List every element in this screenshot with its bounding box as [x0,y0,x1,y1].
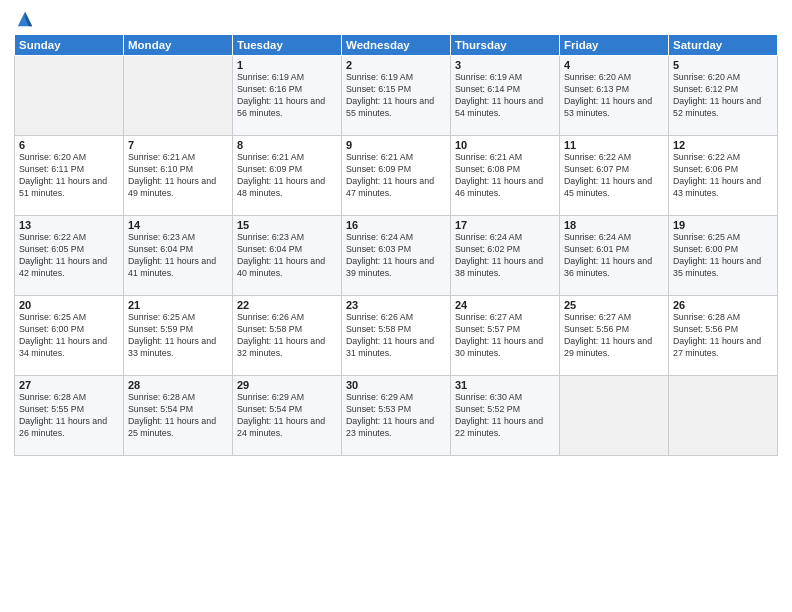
day-number: 28 [128,379,228,391]
calendar-cell: 23Sunrise: 6:26 AM Sunset: 5:58 PM Dayli… [342,296,451,376]
day-number: 1 [237,59,337,71]
calendar-cell: 19Sunrise: 6:25 AM Sunset: 6:00 PM Dayli… [669,216,778,296]
cell-info: Sunrise: 6:22 AM Sunset: 6:07 PM Dayligh… [564,152,664,200]
cell-info: Sunrise: 6:19 AM Sunset: 6:15 PM Dayligh… [346,72,446,120]
day-number: 31 [455,379,555,391]
day-number: 6 [19,139,119,151]
calendar-cell [560,376,669,456]
day-number: 8 [237,139,337,151]
calendar-cell: 26Sunrise: 6:28 AM Sunset: 5:56 PM Dayli… [669,296,778,376]
cell-info: Sunrise: 6:20 AM Sunset: 6:12 PM Dayligh… [673,72,773,120]
cell-info: Sunrise: 6:28 AM Sunset: 5:55 PM Dayligh… [19,392,119,440]
calendar-cell: 8Sunrise: 6:21 AM Sunset: 6:09 PM Daylig… [233,136,342,216]
day-number: 10 [455,139,555,151]
cell-info: Sunrise: 6:25 AM Sunset: 5:59 PM Dayligh… [128,312,228,360]
weekday-header-saturday: Saturday [669,35,778,56]
day-number: 17 [455,219,555,231]
cell-info: Sunrise: 6:19 AM Sunset: 6:14 PM Dayligh… [455,72,555,120]
calendar-week-row: 13Sunrise: 6:22 AM Sunset: 6:05 PM Dayli… [15,216,778,296]
calendar-cell: 1Sunrise: 6:19 AM Sunset: 6:16 PM Daylig… [233,56,342,136]
cell-info: Sunrise: 6:29 AM Sunset: 5:53 PM Dayligh… [346,392,446,440]
page: SundayMondayTuesdayWednesdayThursdayFrid… [0,0,792,612]
calendar-cell [669,376,778,456]
cell-info: Sunrise: 6:20 AM Sunset: 6:13 PM Dayligh… [564,72,664,120]
calendar-cell: 29Sunrise: 6:29 AM Sunset: 5:54 PM Dayli… [233,376,342,456]
day-number: 16 [346,219,446,231]
cell-info: Sunrise: 6:21 AM Sunset: 6:09 PM Dayligh… [237,152,337,200]
calendar-cell: 16Sunrise: 6:24 AM Sunset: 6:03 PM Dayli… [342,216,451,296]
calendar-cell: 11Sunrise: 6:22 AM Sunset: 6:07 PM Dayli… [560,136,669,216]
cell-info: Sunrise: 6:19 AM Sunset: 6:16 PM Dayligh… [237,72,337,120]
day-number: 23 [346,299,446,311]
cell-info: Sunrise: 6:23 AM Sunset: 6:04 PM Dayligh… [237,232,337,280]
day-number: 11 [564,139,664,151]
logo [14,10,34,28]
day-number: 18 [564,219,664,231]
calendar-cell: 18Sunrise: 6:24 AM Sunset: 6:01 PM Dayli… [560,216,669,296]
day-number: 19 [673,219,773,231]
day-number: 27 [19,379,119,391]
day-number: 3 [455,59,555,71]
cell-info: Sunrise: 6:29 AM Sunset: 5:54 PM Dayligh… [237,392,337,440]
day-number: 25 [564,299,664,311]
cell-info: Sunrise: 6:24 AM Sunset: 6:03 PM Dayligh… [346,232,446,280]
day-number: 13 [19,219,119,231]
calendar-cell: 24Sunrise: 6:27 AM Sunset: 5:57 PM Dayli… [451,296,560,376]
cell-info: Sunrise: 6:28 AM Sunset: 5:54 PM Dayligh… [128,392,228,440]
weekday-header-monday: Monday [124,35,233,56]
cell-info: Sunrise: 6:27 AM Sunset: 5:57 PM Dayligh… [455,312,555,360]
calendar-cell: 28Sunrise: 6:28 AM Sunset: 5:54 PM Dayli… [124,376,233,456]
calendar-cell: 21Sunrise: 6:25 AM Sunset: 5:59 PM Dayli… [124,296,233,376]
calendar-cell: 20Sunrise: 6:25 AM Sunset: 6:00 PM Dayli… [15,296,124,376]
cell-info: Sunrise: 6:21 AM Sunset: 6:08 PM Dayligh… [455,152,555,200]
calendar-cell: 10Sunrise: 6:21 AM Sunset: 6:08 PM Dayli… [451,136,560,216]
cell-info: Sunrise: 6:30 AM Sunset: 5:52 PM Dayligh… [455,392,555,440]
day-number: 21 [128,299,228,311]
calendar-cell: 5Sunrise: 6:20 AM Sunset: 6:12 PM Daylig… [669,56,778,136]
header [14,10,778,28]
calendar-cell: 2Sunrise: 6:19 AM Sunset: 6:15 PM Daylig… [342,56,451,136]
weekday-header-sunday: Sunday [15,35,124,56]
calendar-cell: 30Sunrise: 6:29 AM Sunset: 5:53 PM Dayli… [342,376,451,456]
cell-info: Sunrise: 6:25 AM Sunset: 6:00 PM Dayligh… [673,232,773,280]
calendar-cell: 25Sunrise: 6:27 AM Sunset: 5:56 PM Dayli… [560,296,669,376]
day-number: 22 [237,299,337,311]
cell-info: Sunrise: 6:22 AM Sunset: 6:05 PM Dayligh… [19,232,119,280]
day-number: 29 [237,379,337,391]
weekday-header-thursday: Thursday [451,35,560,56]
cell-info: Sunrise: 6:27 AM Sunset: 5:56 PM Dayligh… [564,312,664,360]
logo-icon [16,10,34,28]
day-number: 24 [455,299,555,311]
calendar-cell: 13Sunrise: 6:22 AM Sunset: 6:05 PM Dayli… [15,216,124,296]
calendar: SundayMondayTuesdayWednesdayThursdayFrid… [14,34,778,456]
day-number: 12 [673,139,773,151]
calendar-cell: 9Sunrise: 6:21 AM Sunset: 6:09 PM Daylig… [342,136,451,216]
calendar-week-row: 27Sunrise: 6:28 AM Sunset: 5:55 PM Dayli… [15,376,778,456]
calendar-week-row: 1Sunrise: 6:19 AM Sunset: 6:16 PM Daylig… [15,56,778,136]
cell-info: Sunrise: 6:20 AM Sunset: 6:11 PM Dayligh… [19,152,119,200]
calendar-cell: 22Sunrise: 6:26 AM Sunset: 5:58 PM Dayli… [233,296,342,376]
calendar-cell: 27Sunrise: 6:28 AM Sunset: 5:55 PM Dayli… [15,376,124,456]
calendar-week-row: 6Sunrise: 6:20 AM Sunset: 6:11 PM Daylig… [15,136,778,216]
day-number: 7 [128,139,228,151]
cell-info: Sunrise: 6:25 AM Sunset: 6:00 PM Dayligh… [19,312,119,360]
calendar-cell: 7Sunrise: 6:21 AM Sunset: 6:10 PM Daylig… [124,136,233,216]
weekday-header-friday: Friday [560,35,669,56]
calendar-cell: 15Sunrise: 6:23 AM Sunset: 6:04 PM Dayli… [233,216,342,296]
cell-info: Sunrise: 6:21 AM Sunset: 6:09 PM Dayligh… [346,152,446,200]
cell-info: Sunrise: 6:22 AM Sunset: 6:06 PM Dayligh… [673,152,773,200]
calendar-cell [124,56,233,136]
day-number: 2 [346,59,446,71]
day-number: 30 [346,379,446,391]
weekday-header-row: SundayMondayTuesdayWednesdayThursdayFrid… [15,35,778,56]
calendar-cell: 14Sunrise: 6:23 AM Sunset: 6:04 PM Dayli… [124,216,233,296]
day-number: 9 [346,139,446,151]
day-number: 15 [237,219,337,231]
calendar-cell: 4Sunrise: 6:20 AM Sunset: 6:13 PM Daylig… [560,56,669,136]
day-number: 26 [673,299,773,311]
cell-info: Sunrise: 6:26 AM Sunset: 5:58 PM Dayligh… [237,312,337,360]
calendar-cell: 31Sunrise: 6:30 AM Sunset: 5:52 PM Dayli… [451,376,560,456]
day-number: 14 [128,219,228,231]
calendar-cell: 12Sunrise: 6:22 AM Sunset: 6:06 PM Dayli… [669,136,778,216]
calendar-cell [15,56,124,136]
